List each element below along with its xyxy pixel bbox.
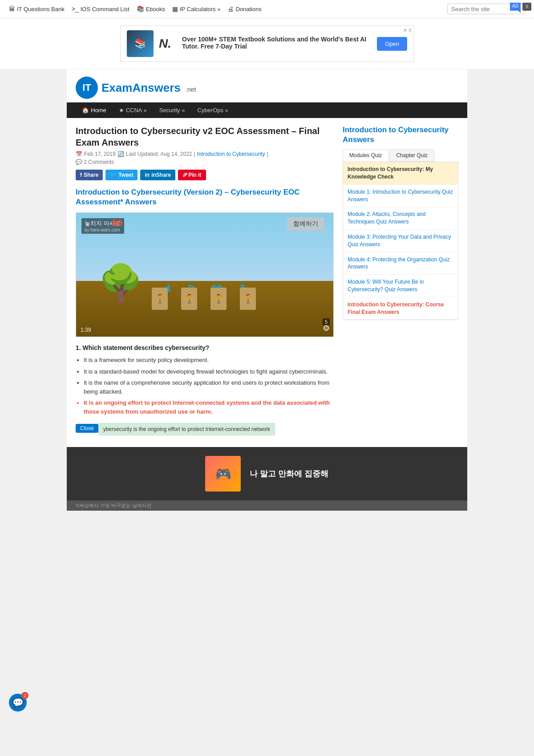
bottom-ad-image: 🎮 bbox=[205, 456, 241, 492]
answer-1-1: It is a framework for security policy de… bbox=[84, 356, 334, 365]
article-meta: 📅 Feb 17, 2019 🔄 Last Updated: Aug 14, 2… bbox=[76, 151, 334, 157]
sidebar-title: Introduction to Cybersecurity Answers bbox=[343, 125, 458, 145]
bank-icon: 🏛 bbox=[9, 5, 15, 12]
sidebar: Introduction to Cybersecurity Answers Mo… bbox=[343, 125, 458, 320]
nav-ebooks[interactable]: 📚 Ebooks bbox=[137, 5, 165, 12]
quiz-tabs: Modules Quiz Chapter Quiz bbox=[343, 149, 458, 162]
char-3: 🧍 bbox=[210, 288, 227, 310]
bottom-ad-text: 나 말고 만화에 집중해 bbox=[250, 468, 328, 479]
terminal-icon: >_ bbox=[72, 5, 79, 12]
ad-text-block: Over 100M+ STEM Textbook Solutions and t… bbox=[182, 36, 372, 52]
logo-brand: ExamAnswers bbox=[101, 81, 184, 94]
nav-ip-calculators[interactable]: ▦ IP Calculators » bbox=[172, 5, 221, 12]
tab-chapter-quiz[interactable]: Chapter Quiz bbox=[389, 149, 434, 162]
bottom-ad-banner: 🎮 나 말고 만화에 집중해 AD X bbox=[67, 447, 467, 500]
video-number-overlay: 69 bbox=[112, 217, 122, 229]
nav-ccna[interactable]: ★ CCNA » bbox=[113, 102, 153, 118]
nav-security[interactable]: Security » bbox=[153, 102, 191, 118]
question-1: 1. Which statement describes cybersecuri… bbox=[76, 344, 334, 416]
nav-home[interactable]: 🏠 Home bbox=[76, 102, 113, 118]
refresh-icon: 🔄 bbox=[117, 151, 124, 157]
ad-badge: AD bbox=[510, 3, 521, 11]
calendar-icon: 📅 bbox=[76, 151, 82, 157]
main-nav: 🏠 Home ★ CCNA » Security » CyberOps » bbox=[67, 102, 467, 118]
answer-1-2: It is a standard-based model for develop… bbox=[84, 367, 334, 376]
video-bottom-number: ⚙ bbox=[323, 323, 330, 333]
ad-open-button[interactable]: Open bbox=[377, 37, 407, 51]
video-timer: 1:39 bbox=[81, 327, 91, 333]
logo-text-block: ExamAnswers .net bbox=[101, 81, 196, 95]
comments-line: 💬 2 Comments bbox=[76, 159, 334, 165]
sidebar-item-module3[interactable]: Module 3: Protecting Your Data and Priva… bbox=[343, 230, 458, 252]
nav-cyberops[interactable]: CyberOps » bbox=[191, 102, 234, 118]
answer-1-4-correct: It is an ongoing effort to protect Inter… bbox=[84, 398, 334, 416]
video-chars-graphic: 🧍 🧍 🧍 🧍 bbox=[152, 288, 256, 310]
main-column: Introduction to Cybersecurity v2 EOC Ass… bbox=[76, 125, 334, 435]
sidebar-item-knowledge-check[interactable]: Introduction to Cybersecurity: My Knowle… bbox=[343, 162, 458, 185]
article-title: Introduction to Cybersecurity v2 EOC Ass… bbox=[76, 125, 334, 148]
twitter-icon: 🐦 bbox=[110, 172, 117, 178]
ad-book-icon: 📚 bbox=[127, 30, 154, 57]
sidebar-item-final-exam[interactable]: Introduction to Cybersecurity: Course Fi… bbox=[343, 297, 458, 320]
pinterest-share-button[interactable]: 𝒫 Pin it bbox=[178, 170, 206, 180]
facebook-share-button[interactable]: f Share bbox=[76, 170, 103, 180]
close-button[interactable]: Close bbox=[76, 424, 98, 433]
printer-icon: 🖨 bbox=[227, 5, 234, 12]
ad-headline: Over 100M+ STEM Textbook Solutions and t… bbox=[182, 36, 372, 50]
bottom-ad-copyright: ©세상에서 가장 바꾸없는 남여사진 bbox=[67, 500, 467, 511]
category-link[interactable]: Introduction to Cybersecurity bbox=[197, 151, 265, 157]
ad-n-logo: N. bbox=[159, 37, 177, 51]
sidebar-menu-box: Introduction to Cybersecurity: My Knowle… bbox=[343, 162, 458, 320]
sidebar-item-module2[interactable]: Module 2: Attacks, Concepts and Techniqu… bbox=[343, 207, 458, 230]
tag-icon: | bbox=[194, 151, 195, 157]
grid-icon: ▦ bbox=[172, 5, 178, 12]
linkedin-icon: in bbox=[145, 172, 150, 178]
video-tree-graphic: 🌳 bbox=[98, 265, 143, 301]
social-buttons: f Share 🐦 Tweet in inShare 𝒫 Pin it bbox=[76, 170, 334, 180]
nav-ios-command[interactable]: >_ IOS Command List bbox=[72, 5, 129, 12]
char-2: 🧍 bbox=[181, 288, 197, 310]
home-icon: 🏠 bbox=[82, 107, 89, 114]
top-nav-links: 🏛 IT Questions Bank >_ IOS Command List … bbox=[9, 5, 262, 12]
video-player[interactable]: 🌳 놓치지 마세요 by hero-wars.com 69 함께하기 4 8 9… bbox=[76, 212, 334, 337]
star-icon: ★ bbox=[119, 107, 124, 114]
logo-icon: IT bbox=[76, 77, 98, 99]
main-wrapper: IT ExamAnswers .net 🏠 Home ★ CCNA » Secu… bbox=[67, 69, 467, 511]
comment-icon: 💬 bbox=[76, 159, 82, 165]
nav-it-questions[interactable]: 🏛 IT Questions Bank bbox=[9, 5, 65, 12]
question-1-text: 1. Which statement describes cybersecuri… bbox=[76, 344, 334, 351]
snippet-area: Close ybersecurity is the ongoing effort… bbox=[76, 421, 334, 435]
bottom-ad-img-wrap: 🎮 bbox=[205, 456, 241, 492]
search-input[interactable] bbox=[451, 6, 514, 12]
page-content: Introduction to Cybersecurity v2 EOC Ass… bbox=[67, 118, 467, 443]
nav-donations[interactable]: 🖨 Donations bbox=[227, 5, 262, 12]
sidebar-item-module5[interactable]: Module 5: Will Your Future Be in Cyberse… bbox=[343, 275, 458, 297]
section-heading: Introduction to Cybersecurity (Version 2… bbox=[76, 187, 334, 207]
logo-domain: .net bbox=[186, 86, 196, 93]
fb-icon: f bbox=[80, 172, 82, 178]
answer-list-1: It is a framework for security policy de… bbox=[76, 356, 334, 416]
snippet-text: ybersecurity is the ongoing effort to pr… bbox=[98, 423, 275, 435]
pinterest-icon: 𝒫 bbox=[182, 172, 186, 178]
sidebar-item-module1[interactable]: Module 1: Introduction to Cybersecurity … bbox=[343, 185, 458, 207]
bottom-ad-close[interactable]: X bbox=[522, 3, 531, 11]
char-4: 🧍 bbox=[240, 288, 256, 310]
twitter-share-button[interactable]: 🐦 Tweet bbox=[105, 170, 138, 180]
linkedin-share-button[interactable]: in inShare bbox=[140, 170, 175, 180]
char-1: 🧍 bbox=[152, 288, 168, 310]
tab-modules-quiz[interactable]: Modules Quiz bbox=[343, 149, 388, 162]
sidebar-item-module4[interactable]: Module 4: Protecting the Organization Qu… bbox=[343, 252, 458, 275]
answer-1-3: It is the name of a comprehensive securi… bbox=[84, 378, 334, 396]
bottom-ad-controls: AD X bbox=[510, 3, 531, 11]
logo-area: IT ExamAnswers .net bbox=[67, 69, 467, 102]
video-join-button[interactable]: 함께하기 bbox=[287, 217, 324, 231]
book-img-icon: 📚 bbox=[134, 38, 146, 49]
top-bar: 🏛 IT Questions Bank >_ IOS Command List … bbox=[0, 0, 534, 18]
book-icon: 📚 bbox=[137, 5, 144, 12]
ad-close-btn[interactable]: ✕ X bbox=[403, 28, 412, 33]
top-ad-banner: ✕ X 📚 N. Over 100M+ STEM Textbook Soluti… bbox=[120, 25, 414, 62]
